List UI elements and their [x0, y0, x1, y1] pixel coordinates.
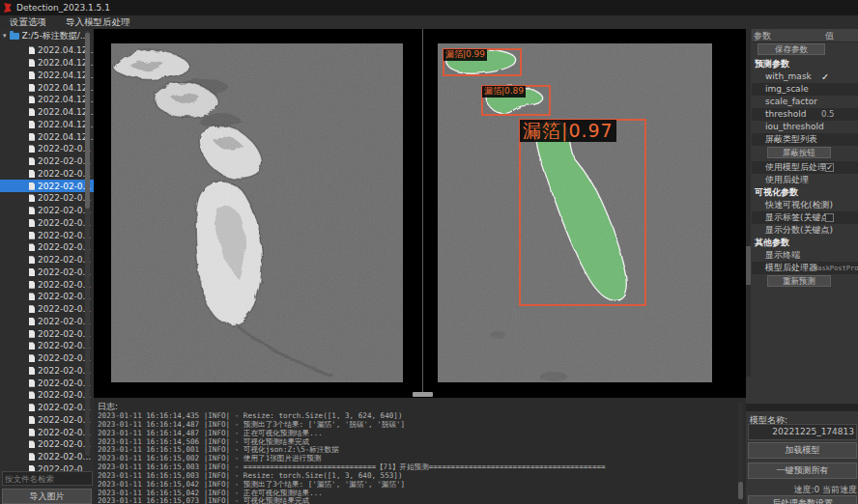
- tree-item[interactable]: 2022-02-0...: [0, 365, 94, 378]
- tree-item[interactable]: 2022.04.12...: [0, 119, 94, 131]
- params-row-label: iou_threshold: [765, 122, 824, 131]
- log-lines: 2023-01-11 16:16:14,435 |INFO| - Resize:…: [98, 412, 733, 504]
- tree-item-label: 2022-02-0...: [38, 231, 91, 240]
- postprocess-params-button[interactable]: 后处理参数设置: [748, 495, 857, 504]
- params-section-header[interactable]: 其他参数: [752, 237, 858, 249]
- params-row[interactable]: 使用后处理: [752, 174, 858, 186]
- log-scrollbar: [738, 402, 743, 500]
- tree-item-label: 2022-02-0...: [38, 452, 91, 462]
- detection-label-2: 漏箔|0.89: [482, 86, 526, 98]
- log-scrollbar-handle[interactable]: [738, 482, 743, 499]
- raw-image-view[interactable]: [111, 43, 403, 382]
- tree-item[interactable]: 2022-02-0...: [0, 168, 94, 181]
- file-icon: [29, 342, 35, 350]
- tree-item[interactable]: 2022-02-0...: [0, 192, 94, 205]
- params-row[interactable]: threshold0.5: [752, 108, 858, 121]
- tree-item[interactable]: 2022-02-0...: [0, 377, 94, 389]
- tree-item-label: 2022-02-0...: [38, 280, 91, 290]
- tree-item[interactable]: 2022-02-0: [0, 463, 94, 472]
- tree-item[interactable]: 2022-02-0...: [0, 303, 94, 316]
- file-icon: [29, 404, 35, 411]
- tree-item[interactable]: 2022-02-0...: [0, 229, 94, 241]
- tree-item-label: 2022-02-0...: [38, 439, 91, 449]
- params-row[interactable]: img_scale: [752, 83, 858, 96]
- tree-item[interactable]: 2022.04.12...: [0, 130, 94, 143]
- file-icon: [29, 330, 35, 338]
- params-section-header[interactable]: 可视化参数: [752, 186, 858, 199]
- tree-item[interactable]: 2022-02-0...: [0, 340, 94, 352]
- tree-item[interactable]: 2022-02-0...: [0, 180, 94, 192]
- viewer-splitter-handle[interactable]: [413, 392, 433, 397]
- params-section-header[interactable]: 预测参数: [752, 58, 858, 70]
- params-row[interactable]: iou_threshold: [752, 121, 858, 133]
- params-row-label: 使用后处理: [765, 175, 809, 184]
- file-icon: [29, 429, 35, 436]
- params-row[interactable]: 显示终端: [752, 249, 858, 262]
- params-row[interactable]: 显示分数(关键点): [752, 224, 858, 237]
- tree-root-folder[interactable]: ▾ Z:/5-标注数据/...: [0, 29, 94, 42]
- tree-item[interactable]: 2022-02-0...: [0, 217, 94, 230]
- tree-item-label: 2022-02-0...: [38, 255, 91, 265]
- params-row[interactable]: 显示标签(关键点): [752, 211, 858, 224]
- image-canvas: 漏箔|0.99 漏箔|0.89 漏箔|0.97: [94, 29, 746, 398]
- file-icon: [29, 182, 35, 190]
- tree-item[interactable]: 2022-02-0...: [0, 143, 94, 155]
- tree-item[interactable]: 2022-02-0...: [0, 155, 94, 168]
- log-line: 2023-01-11 16:16:14,435 |INFO| - Resize:…: [98, 412, 733, 421]
- save-params-button[interactable]: 保存参数: [758, 43, 825, 55]
- log-line: 2023-01-11 16:16:14,487 |INFO| - 正在可视化预测…: [98, 430, 733, 438]
- tree-item[interactable]: 2022.04.12...: [0, 106, 94, 119]
- tree-item[interactable]: 2022.04.12...: [0, 57, 94, 70]
- center-area: 漏箔|0.99 漏箔|0.89 漏箔|0.97 日志: 2023-01-11 1…: [94, 29, 746, 504]
- tree-item[interactable]: 2022-02-0...: [0, 352, 94, 365]
- tree-item[interactable]: 2022-02-0...: [0, 451, 94, 463]
- tree-item[interactable]: 2022-02-0...: [0, 327, 94, 340]
- tree-item[interactable]: 2022-02-0...: [0, 426, 94, 438]
- menu-settings[interactable]: 设置选项: [0, 15, 56, 29]
- predict-all-button[interactable]: 一键预测所有: [748, 462, 857, 479]
- tree-item[interactable]: 2022-02-0...: [0, 241, 94, 254]
- tree-item[interactable]: 2022.04.12...: [0, 94, 94, 106]
- block-button[interactable]: 屏蔽按钮: [767, 147, 831, 158]
- repredict-button[interactable]: 重新预测: [767, 275, 831, 287]
- params-row[interactable]: 使用模型后处理✓: [752, 161, 858, 174]
- tree-item[interactable]: 2022.04.12...: [0, 81, 94, 94]
- tree-item[interactable]: 2022-02-0...: [0, 291, 94, 303]
- search-input[interactable]: [2, 471, 93, 486]
- load-model-button[interactable]: 加载模型: [748, 442, 857, 459]
- checkbox-unchecked[interactable]: [825, 213, 834, 222]
- tree-item[interactable]: 2022-02-0...: [0, 389, 94, 402]
- log-line: 2023-01-11 16:16:15,042 |INFO| - 预测出了3个结…: [98, 481, 733, 490]
- tree-item[interactable]: 2022-02-0...: [0, 316, 94, 328]
- params-row[interactable]: 模型后处理器MaskPostPro: [752, 262, 858, 274]
- params-row[interactable]: scale_factor: [752, 96, 858, 108]
- tree-item[interactable]: 2022-02-0...: [0, 414, 94, 427]
- tree-item[interactable]: 2022-02-0...: [0, 278, 94, 291]
- params-row[interactable]: with_mask✓: [752, 70, 858, 83]
- tree-item[interactable]: 2022.04.12...: [0, 44, 94, 57]
- expand-arrow-icon[interactable]: ▾: [3, 32, 7, 40]
- tree-item[interactable]: 2022.04.12...: [0, 70, 94, 82]
- tree-item[interactable]: 2022-02-0...: [0, 254, 94, 266]
- menu-import-model-postprocess[interactable]: 导入模型后处理: [56, 15, 140, 29]
- params-scrollbar-handle[interactable]: [746, 246, 751, 285]
- tree-item[interactable]: 2022-02-0...: [0, 402, 94, 414]
- file-icon: [29, 133, 35, 141]
- file-icon: [29, 207, 35, 214]
- tree-scrollbar-handle[interactable]: [85, 33, 90, 209]
- tree-item-label: 2022-02-0...: [38, 182, 91, 191]
- log-line: 2023-01-11 16:16:15,073 |INFO| - 可视化预测结果…: [98, 497, 733, 504]
- import-images-button[interactable]: 导入图片: [2, 489, 92, 504]
- prediction-image-view[interactable]: 漏箔|0.99 漏箔|0.89 漏箔|0.97: [438, 43, 712, 382]
- menu-bar: 设置选项 导入模型后处理: [0, 15, 858, 29]
- title-bar: Detection_2023.1.5.1: [0, 0, 858, 15]
- tree-item-label: 2022-02-0...: [38, 366, 91, 376]
- tree-item[interactable]: 2022-02-0...: [0, 205, 94, 217]
- params-row[interactable]: 屏蔽类型列表: [752, 133, 858, 146]
- tree-item[interactable]: 2022-02-0...: [0, 266, 94, 279]
- checkbox-checked[interactable]: ✓: [825, 163, 834, 172]
- params-row[interactable]: 快速可视化(检测): [752, 199, 858, 211]
- model-name-field[interactable]: 20221225_174813: [748, 424, 857, 440]
- detection-box-3: [519, 119, 646, 306]
- tree-item[interactable]: 2022-02-0...: [0, 438, 94, 451]
